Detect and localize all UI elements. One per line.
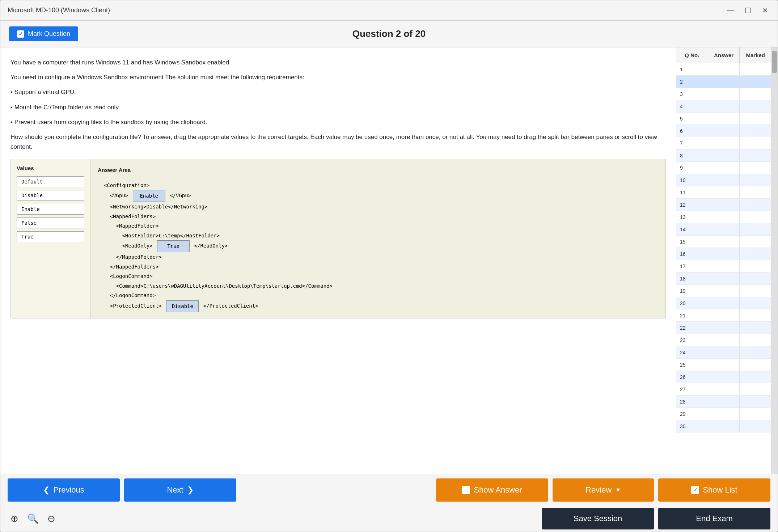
end-exam-button[interactable]: End Exam <box>658 508 770 529</box>
sidebar-cell-qno: 30 <box>676 420 708 432</box>
sidebar-row[interactable]: 13 <box>676 211 771 223</box>
sidebar-row[interactable]: 7 <box>676 137 771 149</box>
sidebar-cell-qno: 21 <box>676 309 708 321</box>
sidebar-row[interactable]: 17 <box>676 260 771 273</box>
nav-buttons-row: Previous Next Show Answer Review ▼ Show … <box>0 474 778 506</box>
sidebar-scroll[interactable]: 1234567891011121314151617181920212223242… <box>676 63 771 474</box>
sidebar-cell-answer <box>708 260 740 272</box>
sidebar-cell-qno: 12 <box>676 199 708 211</box>
sidebar-cell-answer <box>708 396 740 408</box>
answer-line-command: <Command>C:\users\wDAGUtilityAccount\Des… <box>98 281 658 291</box>
sidebar-row[interactable]: 25 <box>676 359 771 371</box>
sidebar-row[interactable]: 26 <box>676 371 771 383</box>
minimize-button[interactable]: — <box>724 5 736 16</box>
next-button[interactable]: Next <box>124 478 236 502</box>
drop-protected[interactable]: Disable <box>166 300 199 312</box>
sidebar-row[interactable]: 30 <box>676 420 771 432</box>
sidebar-row[interactable]: 16 <box>676 248 771 260</box>
sidebar-cell-answer <box>708 113 740 124</box>
show-answer-button[interactable]: Show Answer <box>436 478 548 502</box>
answer-line-mappedfolders-open: <MappedFolders> <box>98 212 658 221</box>
sidebar-cell-qno: 14 <box>676 223 708 235</box>
sidebar-row[interactable]: 22 <box>676 322 771 334</box>
sidebar-row[interactable]: 12 <box>676 199 771 211</box>
question-paragraph-1: You have a computer that runs Windows 11… <box>10 58 666 67</box>
sidebar-cell-marked <box>740 297 771 309</box>
sidebar-cell-qno: 8 <box>676 149 708 161</box>
drag-item-true[interactable]: True <box>17 231 84 242</box>
drop-readonly[interactable]: True <box>157 240 190 252</box>
sidebar-row[interactable]: 8 <box>676 149 771 162</box>
sidebar-cell-answer <box>708 137 740 149</box>
sidebar-row[interactable]: 18 <box>676 273 771 285</box>
close-button[interactable]: ✕ <box>760 5 770 16</box>
sidebar-row[interactable]: 11 <box>676 186 771 199</box>
sidebar-cell-qno: 17 <box>676 260 708 272</box>
sidebar-cell-qno: 10 <box>676 174 708 186</box>
sidebar-row[interactable]: 2 <box>676 76 771 88</box>
sidebar-row[interactable]: 23 <box>676 334 771 346</box>
save-session-button[interactable]: Save Session <box>542 508 654 529</box>
mark-checkbox-icon <box>17 30 24 38</box>
sidebar-cell-marked <box>740 137 771 149</box>
sidebar-cell-marked <box>740 174 771 186</box>
question-paragraph-3: • Support a virtual GPU. <box>10 87 666 97</box>
sidebar-cell-marked <box>740 162 771 174</box>
sidebar-row[interactable]: 20 <box>676 297 771 309</box>
sidebar-row[interactable]: 9 <box>676 162 771 174</box>
show-list-button[interactable]: Show List <box>658 478 770 502</box>
sidebar-row[interactable]: 10 <box>676 174 771 186</box>
mark-question-label: Mark Question <box>28 30 70 38</box>
sidebar-row[interactable]: 27 <box>676 383 771 396</box>
sidebar-cell-qno: 20 <box>676 297 708 309</box>
zoom-out-button[interactable]: ⊖ <box>45 512 58 526</box>
sidebar-cell-marked <box>740 396 771 408</box>
sidebar-row[interactable]: 14 <box>676 223 771 236</box>
sidebar-row[interactable]: 24 <box>676 346 771 359</box>
sidebar-row[interactable]: 29 <box>676 408 771 420</box>
next-label: Next <box>167 485 183 495</box>
sidebar-row[interactable]: 5 <box>676 113 771 125</box>
values-column: Values Default Disable Enable False True <box>11 159 90 318</box>
drag-item-enable[interactable]: Enable <box>17 204 84 215</box>
sidebar-cell-qno: 18 <box>676 273 708 284</box>
sidebar-cell-marked <box>740 420 771 432</box>
sidebar-row[interactable]: 1 <box>676 63 771 76</box>
show-list-checkbox-icon <box>691 486 699 494</box>
sidebar-row[interactable]: 28 <box>676 396 771 408</box>
sidebar-header-answer: Answer <box>708 47 740 63</box>
drag-item-default[interactable]: Default <box>17 176 84 187</box>
sidebar-cell-qno: 22 <box>676 322 708 334</box>
sidebar-row[interactable]: 21 <box>676 309 771 322</box>
answer-line-protectedclient: <ProtectedClient> Disable </ProtectedCli… <box>98 300 658 312</box>
drag-item-disable[interactable]: Disable <box>17 190 84 201</box>
sidebar-cell-answer <box>708 248 740 260</box>
previous-button[interactable]: Previous <box>8 478 120 502</box>
sidebar-row[interactable]: 6 <box>676 125 771 137</box>
drag-columns: Values Default Disable Enable False True… <box>11 159 665 318</box>
sidebar-scrollbar[interactable] <box>771 47 778 474</box>
drag-item-false[interactable]: False <box>17 218 84 228</box>
question-paragraph-4: • Mount the C:\Temp folder as read only. <box>10 102 666 112</box>
sidebar-row[interactable]: 3 <box>676 88 771 100</box>
sidebar-cell-marked <box>740 113 771 124</box>
sidebar-row[interactable]: 19 <box>676 285 771 297</box>
sidebar-cell-marked <box>740 186 771 198</box>
sidebar-row[interactable]: 4 <box>676 100 771 113</box>
zoom-reset-button[interactable]: 🔍 <box>24 512 42 526</box>
sidebar-cell-marked <box>740 211 771 223</box>
drop-vgpu[interactable]: Enable <box>133 190 165 202</box>
review-button[interactable]: Review ▼ <box>553 478 654 502</box>
drag-drop-area: Values Default Disable Enable False True… <box>10 159 666 318</box>
maximize-button[interactable]: ☐ <box>743 5 753 16</box>
question-paragraph-6: How should you complete the configuratio… <box>10 132 666 152</box>
answer-header: Answer Area <box>98 165 658 176</box>
sidebar-cell-marked <box>740 63 771 75</box>
show-list-label: Show List <box>703 485 737 495</box>
mark-question-button[interactable]: Mark Question <box>9 26 78 41</box>
sidebar-cell-marked <box>740 371 771 383</box>
sidebar-row[interactable]: 15 <box>676 236 771 248</box>
zoom-in-button[interactable]: ⊕ <box>8 512 21 526</box>
question-area: You have a computer that runs Windows 11… <box>0 47 676 474</box>
sidebar-cell-answer <box>708 63 740 75</box>
